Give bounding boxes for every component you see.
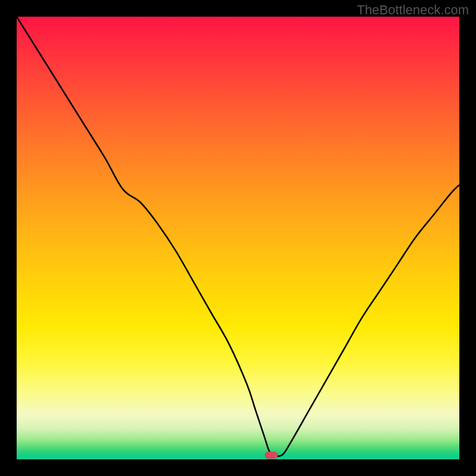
watermark-text: TheBottleneck.com [357, 2, 469, 18]
optimal-point-marker [265, 452, 278, 459]
chart-curve-svg [17, 17, 459, 459]
chart-plot-area [17, 17, 459, 459]
bottleneck-curve-line [17, 17, 459, 456]
